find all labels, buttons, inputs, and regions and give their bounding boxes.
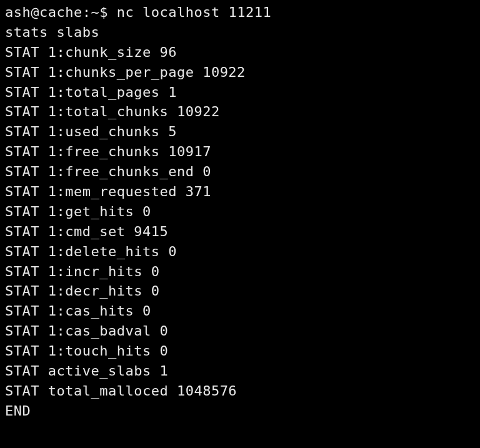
- stat-line: STAT 1:chunks_per_page 10922: [5, 62, 475, 82]
- end-marker: END: [5, 401, 475, 421]
- stat-line: STAT total_malloced 1048576: [5, 381, 475, 401]
- terminal-output[interactable]: ash@cache:~$ nc localhost 11211stats sla…: [5, 2, 475, 421]
- stat-line: STAT 1:total_pages 1: [5, 82, 475, 102]
- command-text: nc localhost 11211: [117, 4, 271, 20]
- stat-line: STAT 1:touch_hits 0: [5, 341, 475, 361]
- stat-line: STAT 1:chunk_size 96: [5, 42, 475, 62]
- stat-line: STAT 1:cmd_set 9415: [5, 222, 475, 242]
- stat-line: STAT 1:delete_hits 0: [5, 242, 475, 262]
- stat-line: STAT 1:mem_requested 371: [5, 182, 475, 202]
- stat-line: STAT 1:cas_hits 0: [5, 301, 475, 321]
- prompt-user-host: ash@cache: [5, 4, 82, 20]
- stat-line: STAT 1:get_hits 0: [5, 202, 475, 222]
- stat-line: STAT active_slabs 1: [5, 361, 475, 381]
- stat-line: STAT 1:total_chunks 10922: [5, 102, 475, 122]
- input-command-line: stats slabs: [5, 22, 475, 42]
- stat-line: STAT 1:free_chunks 10917: [5, 142, 475, 162]
- stat-line: STAT 1:free_chunks_end 0: [5, 162, 475, 182]
- stat-line: STAT 1:cas_badval 0: [5, 321, 475, 341]
- stat-line: STAT 1:incr_hits 0: [5, 262, 475, 282]
- prompt-symbol: $: [99, 4, 108, 20]
- stat-line: STAT 1:used_chunks 5: [5, 122, 475, 142]
- prompt-line: ash@cache:~$ nc localhost 11211: [5, 2, 475, 22]
- stat-line: STAT 1:decr_hits 0: [5, 281, 475, 301]
- prompt-path: ~: [91, 4, 99, 20]
